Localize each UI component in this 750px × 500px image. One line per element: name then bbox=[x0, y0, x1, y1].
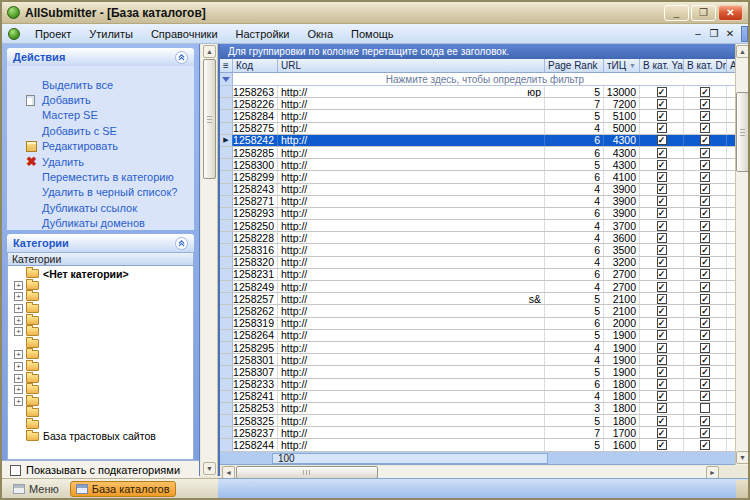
table-row[interactable]: 1258275http://45000✓✓ bbox=[220, 123, 737, 135]
group-by-panel[interactable]: Для группировки по колонке перетащите сю… bbox=[220, 44, 735, 59]
menu-item-2[interactable]: Справочники bbox=[142, 26, 227, 42]
dmoz-catalog-checkbox[interactable]: ✓ bbox=[700, 221, 710, 231]
yandex-catalog-checkbox[interactable]: ✓ bbox=[657, 196, 667, 206]
table-row[interactable]: 1258307http://51900✓✓ bbox=[220, 366, 737, 378]
table-row[interactable]: 1258249http://42700✓✓ bbox=[220, 281, 737, 293]
yandex-catalog-checkbox[interactable]: ✓ bbox=[657, 87, 667, 97]
dmoz-catalog-checkbox[interactable]: ✓ bbox=[700, 282, 710, 292]
expand-plus-icon[interactable]: + bbox=[14, 327, 23, 336]
table-row[interactable]: 1258271http://43900✓✓ bbox=[220, 196, 737, 208]
table-row[interactable]: 1258319http://62000✓✓ bbox=[220, 318, 737, 330]
yandex-catalog-checkbox[interactable]: ✓ bbox=[657, 306, 667, 316]
collapse-panel-button[interactable] bbox=[175, 237, 188, 250]
table-row[interactable]: ▶1258242http://64300✓✓ bbox=[220, 135, 737, 147]
maximize-button[interactable]: ❐ bbox=[691, 5, 716, 21]
dmoz-catalog-checkbox[interactable]: ✓ bbox=[700, 87, 710, 97]
table-row[interactable]: 1258284http://55100✓✓ bbox=[220, 110, 737, 122]
dmoz-catalog-checkbox[interactable]: ✓ bbox=[700, 306, 710, 316]
action-item[interactable]: Добавить с SE bbox=[7, 123, 194, 138]
column-header-dmoz-catalog[interactable]: В кат. Dmoz bbox=[684, 59, 727, 73]
dmoz-catalog-checkbox[interactable] bbox=[700, 403, 710, 413]
category-tree-item[interactable]: <Нет категории> bbox=[8, 268, 193, 280]
yandex-catalog-checkbox[interactable]: ✓ bbox=[657, 233, 667, 243]
action-item[interactable]: Переместить в категорию bbox=[7, 169, 194, 184]
table-row[interactable]: 1258316http://63500✓✓ bbox=[220, 244, 737, 256]
category-tree-item[interactable]: + bbox=[8, 361, 193, 373]
yandex-catalog-checkbox[interactable]: ✓ bbox=[657, 428, 667, 438]
yandex-catalog-checkbox[interactable]: ✓ bbox=[657, 184, 667, 194]
scroll-up-arrow[interactable]: ▲ bbox=[203, 45, 216, 58]
mdi-restore-button[interactable]: ❐ bbox=[706, 26, 722, 41]
category-tree-item[interactable]: + bbox=[8, 280, 193, 292]
table-row[interactable]: 1258263http://юр513000✓✓ bbox=[220, 86, 737, 98]
category-tree-item[interactable]: + bbox=[8, 303, 193, 315]
dmoz-catalog-checkbox[interactable]: ✓ bbox=[700, 99, 710, 109]
action-item[interactable]: ✖Удалить bbox=[7, 154, 194, 169]
table-row[interactable]: 1258226http://77200✓✓ bbox=[220, 98, 737, 110]
action-item[interactable]: Редактировать bbox=[7, 139, 194, 154]
dmoz-catalog-checkbox[interactable]: ✓ bbox=[700, 355, 710, 365]
category-tree-item[interactable] bbox=[8, 407, 193, 419]
yandex-catalog-checkbox[interactable]: ✓ bbox=[657, 391, 667, 401]
dmoz-catalog-checkbox[interactable]: ✓ bbox=[700, 440, 710, 450]
category-tree-item[interactable]: База трастовых сайтов bbox=[8, 430, 193, 442]
yandex-catalog-checkbox[interactable]: ✓ bbox=[657, 355, 667, 365]
action-item[interactable]: Дубликаты ссылок bbox=[7, 200, 194, 215]
action-item[interactable]: Добавить bbox=[7, 92, 194, 107]
tab-directory-base[interactable]: База каталогов bbox=[70, 481, 176, 497]
yandex-catalog-checkbox[interactable]: ✓ bbox=[657, 367, 667, 377]
scrollbar-thumb[interactable] bbox=[736, 92, 749, 172]
expand-plus-icon[interactable]: + bbox=[14, 304, 23, 313]
dmoz-catalog-checkbox[interactable]: ✓ bbox=[700, 379, 710, 389]
table-row[interactable]: 1258241http://41800✓✓ bbox=[220, 391, 737, 403]
category-tree-item[interactable]: + bbox=[8, 396, 193, 408]
dmoz-catalog-checkbox[interactable]: ✓ bbox=[700, 184, 710, 194]
yandex-catalog-checkbox[interactable]: ✓ bbox=[657, 148, 667, 158]
table-row[interactable]: 1258325http://51800✓✓ bbox=[220, 415, 737, 427]
filter-hint[interactable]: Нажмите здесь, чтобы определить фильтр bbox=[233, 73, 737, 85]
resize-grip[interactable] bbox=[736, 480, 748, 498]
yandex-catalog-checkbox[interactable]: ✓ bbox=[657, 123, 667, 133]
yandex-catalog-checkbox[interactable]: ✓ bbox=[657, 172, 667, 182]
table-row[interactable]: 1258264http://51900✓✓ bbox=[220, 330, 737, 342]
expand-plus-icon[interactable]: + bbox=[14, 397, 23, 406]
table-row[interactable]: 1258295http://41900✓✓ bbox=[220, 342, 737, 354]
column-header-url[interactable]: URL bbox=[278, 59, 545, 73]
yandex-catalog-checkbox[interactable]: ✓ bbox=[657, 318, 667, 328]
sidebar-scrollbar[interactable]: ▲ ▼ bbox=[201, 44, 218, 476]
category-tree-item[interactable] bbox=[8, 338, 193, 350]
yandex-catalog-checkbox[interactable]: ✓ bbox=[657, 416, 667, 426]
table-row[interactable]: 1258243http://43900✓✓ bbox=[220, 184, 737, 196]
menu-item-5[interactable]: Помощь bbox=[342, 26, 403, 42]
yandex-catalog-checkbox[interactable]: ✓ bbox=[657, 257, 667, 267]
category-tree-item[interactable]: + bbox=[8, 372, 193, 384]
collapse-panel-button[interactable] bbox=[175, 51, 188, 64]
scroll-down-arrow[interactable]: ▼ bbox=[203, 462, 216, 475]
dmoz-catalog-checkbox[interactable]: ✓ bbox=[700, 269, 710, 279]
yandex-catalog-checkbox[interactable]: ✓ bbox=[657, 245, 667, 255]
category-tree-item[interactable]: + bbox=[8, 291, 193, 303]
dmoz-catalog-checkbox[interactable]: ✓ bbox=[700, 330, 710, 340]
column-header-yandex-catalog[interactable]: В кат. Yand bbox=[640, 59, 684, 73]
action-item[interactable]: Мастер SE bbox=[7, 108, 194, 123]
expand-plus-icon[interactable]: + bbox=[14, 281, 23, 290]
category-tree-item[interactable] bbox=[8, 419, 193, 431]
yandex-catalog-checkbox[interactable]: ✓ bbox=[657, 294, 667, 304]
yandex-catalog-checkbox[interactable]: ✓ bbox=[657, 269, 667, 279]
yandex-catalog-checkbox[interactable]: ✓ bbox=[657, 403, 667, 413]
table-row[interactable]: 1258244http://51600✓✓ bbox=[220, 439, 737, 451]
yandex-catalog-checkbox[interactable]: ✓ bbox=[657, 330, 667, 340]
table-row[interactable]: 1258237http://71700✓✓ bbox=[220, 427, 737, 439]
dmoz-catalog-checkbox[interactable]: ✓ bbox=[700, 135, 710, 145]
tab-menu[interactable]: Меню bbox=[8, 481, 64, 497]
dmoz-catalog-checkbox[interactable]: ✓ bbox=[700, 294, 710, 304]
table-row[interactable]: 1258262http://52100✓✓ bbox=[220, 305, 737, 317]
yandex-catalog-checkbox[interactable]: ✓ bbox=[657, 111, 667, 121]
column-header-tic[interactable]: тИЦ ▼ bbox=[604, 59, 640, 73]
yandex-catalog-checkbox[interactable]: ✓ bbox=[657, 221, 667, 231]
menu-item-0[interactable]: Проект bbox=[26, 26, 80, 42]
dmoz-catalog-checkbox[interactable]: ✓ bbox=[700, 367, 710, 377]
show-subcategories-checkbox[interactable] bbox=[10, 465, 21, 476]
yandex-catalog-checkbox[interactable]: ✓ bbox=[657, 135, 667, 145]
yandex-catalog-checkbox[interactable]: ✓ bbox=[657, 160, 667, 170]
